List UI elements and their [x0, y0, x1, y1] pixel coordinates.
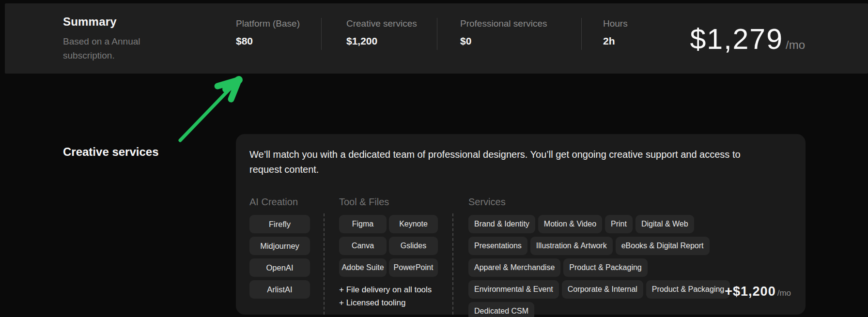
addon-amount: +$1,200: [725, 284, 775, 299]
chip-list: Firefly Midjourney OpenAI ArlistAI: [249, 215, 310, 299]
chip-midjourney[interactable]: Midjourney: [249, 237, 310, 255]
chip-gslides[interactable]: Gslides: [389, 237, 438, 255]
chip-firefly[interactable]: Firefly: [249, 215, 310, 233]
chip-brand-identity[interactable]: Brand & Identity: [468, 215, 535, 233]
summary-item-hours: Hours 2h: [603, 18, 628, 47]
chip-apparel-merchandise[interactable]: Apparel & Merchandise: [468, 258, 560, 277]
column-tool-files: Tool & Files Figma Keynote Canva Gslides…: [339, 196, 438, 317]
chip-print[interactable]: Print: [605, 215, 633, 233]
chip-corporate-internal[interactable]: Corporate & Internal: [562, 280, 643, 299]
column-header: Services: [468, 196, 740, 208]
chip-product-packaging[interactable]: Product & Packaging: [563, 258, 647, 277]
chip-canva[interactable]: Canva: [339, 237, 387, 255]
addon-price: +$1,200 /mo: [725, 284, 791, 299]
divider: [321, 18, 322, 50]
chip-product-packaging-2[interactable]: Product & Packaging: [646, 280, 730, 299]
summary-item-label: Creative services: [346, 18, 417, 29]
summary-title: Summary: [63, 15, 160, 29]
summary-item-label: Platform (Base): [236, 18, 300, 29]
dashed-divider: [452, 213, 453, 315]
section-title: Creative services: [63, 145, 158, 159]
chip-digital-web[interactable]: Digital & Web: [636, 215, 694, 233]
pricing-page: Summary Based on a Annual subscription. …: [0, 0, 868, 317]
summary-item-value: $0: [460, 35, 547, 47]
summary-item-value: 2h: [603, 35, 628, 47]
chip-list: Figma Keynote Canva Gslides Adobe Suite …: [339, 215, 438, 277]
total-amount: $1,279: [690, 23, 783, 56]
chip-list: Brand & Identity Motion & Video Print Di…: [468, 215, 740, 317]
note-licensed-tooling: + Licensed tooling: [339, 296, 438, 309]
summary-item-label: Professional services: [460, 18, 547, 29]
summary-item-value: $80: [236, 35, 300, 47]
section-description: We’ll match you with a dedicated team of…: [249, 147, 762, 177]
summary-item-platform: Platform (Base) $80: [236, 18, 300, 47]
creative-services-card: We’ll match you with a dedicated team of…: [236, 134, 806, 315]
summary-header: Summary Based on a Annual subscription.: [63, 15, 160, 62]
chip-arlistai[interactable]: ArlistAI: [249, 280, 310, 299]
chip-openai[interactable]: OpenAI: [249, 258, 310, 277]
summary-item-professional-services: Professional services $0: [460, 18, 547, 47]
column-ai-creation: AI Creation Firefly Midjourney OpenAI Ar…: [249, 196, 310, 317]
addon-period: /mo: [777, 288, 791, 298]
dashed-divider: [324, 213, 325, 315]
chip-dedicated-csm[interactable]: Dedicated CSM: [468, 302, 534, 317]
chip-environmental-event[interactable]: Environmental & Event: [468, 280, 559, 299]
summary-item-value: $1,200: [346, 35, 417, 47]
chip-adobe-suite[interactable]: Adobe Suite: [339, 258, 387, 277]
summary-item-creative-services: Creative services $1,200: [346, 18, 417, 47]
total-period: /mo: [786, 38, 805, 52]
chip-keynote[interactable]: Keynote: [389, 215, 438, 233]
column-notes: + File delivery on all tools + Licensed …: [339, 283, 438, 309]
column-services: Services Brand & Identity Motion & Video…: [468, 196, 740, 317]
column-header: AI Creation: [249, 196, 310, 208]
chip-figma[interactable]: Figma: [339, 215, 387, 233]
chip-ebooks-digital-report[interactable]: eBooks & Digital Report: [616, 237, 710, 255]
divider: [581, 18, 582, 50]
column-header: Tool & Files: [339, 196, 438, 208]
divider: [437, 18, 437, 50]
total-price: $1,279 /mo: [690, 23, 805, 56]
card-columns: AI Creation Firefly Midjourney OpenAI Ar…: [249, 196, 786, 317]
summary-subtitle: Based on a Annual subscription.: [63, 35, 160, 62]
chip-illustration-artwork[interactable]: Illustration & Artwork: [530, 237, 613, 255]
summary-bar: Summary Based on a Annual subscription. …: [5, 3, 868, 74]
chip-powerpoint[interactable]: PowerPoint: [389, 258, 438, 277]
note-file-delivery: + File delivery on all tools: [339, 283, 438, 296]
summary-item-label: Hours: [603, 18, 628, 29]
chip-motion-video[interactable]: Motion & Video: [538, 215, 602, 233]
chip-presentations[interactable]: Presentations: [468, 237, 527, 255]
